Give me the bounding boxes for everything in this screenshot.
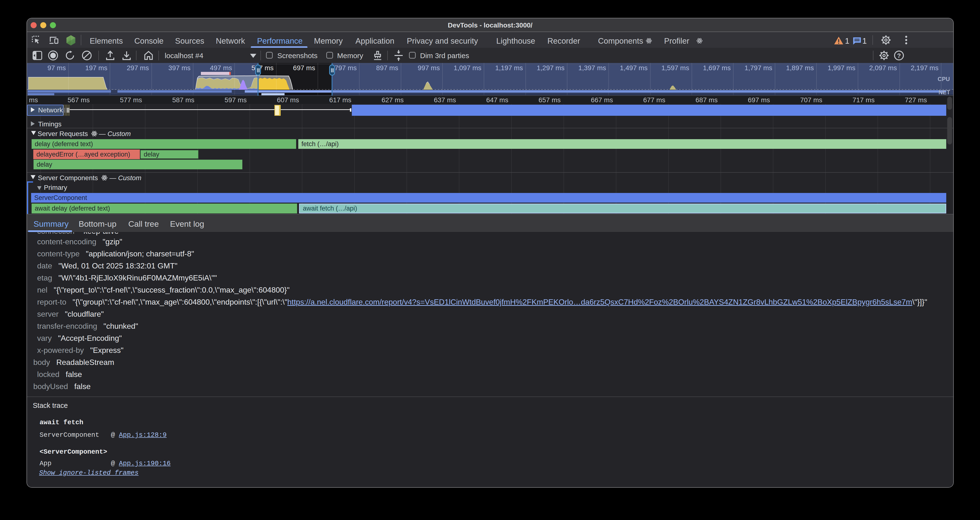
- svg-text:?: ?: [897, 52, 901, 59]
